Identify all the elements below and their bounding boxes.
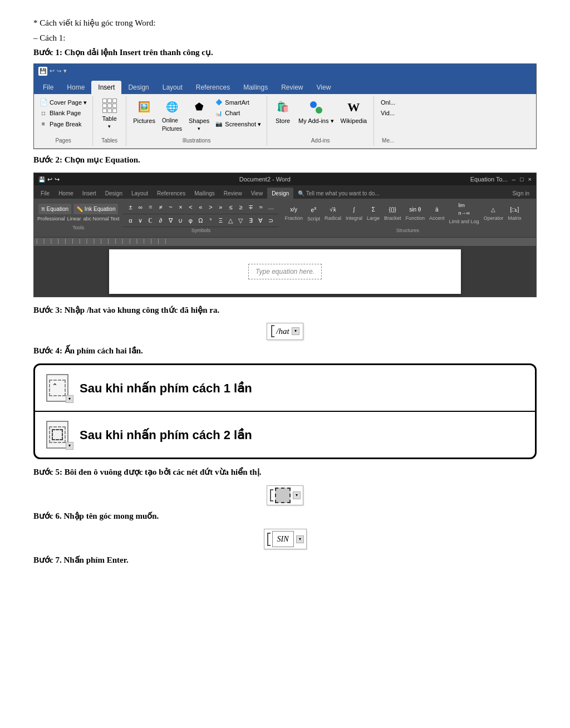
shapes-button[interactable]: ⬟ Shapes ▾ xyxy=(186,97,212,134)
online-pictures-button[interactable]: 🌐 OnlinePictures xyxy=(160,97,184,134)
pictures-button[interactable]: 🖼️ Pictures xyxy=(131,97,158,127)
eq-tab-home[interactable]: Home xyxy=(54,188,78,199)
online-pictures-label: OnlinePictures xyxy=(162,116,182,133)
eq-tell-me[interactable]: 🔍 Tell me what you want to do... xyxy=(293,188,384,199)
smartart-icon: 🔷 xyxy=(215,99,223,106)
step6-dropdown-arrow[interactable]: ▾ xyxy=(296,535,304,543)
ink-equation-btn[interactable]: ✏️ Ink Equation xyxy=(73,204,118,214)
eq-tab-design-active[interactable]: Design xyxy=(267,188,293,199)
step5-dropdown-arrow[interactable]: ▾ xyxy=(293,491,301,499)
store-button[interactable]: 🛍️ Store xyxy=(272,97,294,127)
table-button[interactable]: Table ▾ xyxy=(99,97,121,132)
screenshot-icon: 📷 xyxy=(215,120,223,128)
video-button[interactable]: Vid... xyxy=(380,108,396,119)
word-ribbon-screenshot: 💾 ↩ ↪ ▾ File Home Insert Design Layout R… xyxy=(33,63,537,149)
function-struct: sin θ Function xyxy=(406,205,425,223)
radical-label: Radical xyxy=(325,215,341,223)
eq-sign-in[interactable]: Sign in xyxy=(508,188,534,199)
accent-label: Accent xyxy=(429,215,445,223)
tab-layout[interactable]: Layout xyxy=(156,81,189,94)
my-addins-button[interactable]: My Add-ins ▾ xyxy=(296,97,336,127)
close-icon: × xyxy=(528,175,532,184)
my-addins-icon xyxy=(307,99,325,116)
eq-tab-layout[interactable]: Layout xyxy=(127,188,153,199)
sym-Tc: Ξ xyxy=(216,215,225,226)
equation-tool-btn[interactable]: π Equation xyxy=(38,204,71,214)
eq-tabs: File Home Insert Design Layout Reference… xyxy=(34,185,536,199)
eq-title-left: 💾 ↩ ↪ xyxy=(38,175,60,184)
dropdown-btn-1[interactable]: ▾ xyxy=(66,395,73,403)
smartart-button[interactable]: 🔷 SmartArt xyxy=(214,97,262,108)
sym-v: ∨ xyxy=(136,215,145,226)
online-video-button[interactable]: Onl... xyxy=(380,97,396,108)
page-break-button[interactable]: ≡ Page Break xyxy=(38,119,88,130)
fraction-icon: x/y xyxy=(290,205,297,214)
wikipedia-label: Wikipedia xyxy=(341,116,367,126)
eq-tab-design[interactable]: Design xyxy=(101,188,127,199)
eq-ruler: | | | | | | | | | | | | | | | | | | | xyxy=(34,238,536,247)
step3-label: Bước 3: Nhập /hat vào khung công thức đã… xyxy=(33,304,537,317)
sym-7b: ⊃ xyxy=(266,215,275,226)
chart-button[interactable]: 📊 Chart xyxy=(214,108,262,119)
sym-alpha: α xyxy=(126,215,135,226)
store-icon: 🛍️ xyxy=(274,99,292,116)
comparison-row-1: ̂ ▾ Sau khi nhấn phím cách 1 lần xyxy=(35,365,535,412)
tab-file[interactable]: File xyxy=(36,81,60,94)
tab-view[interactable]: View xyxy=(310,81,338,94)
tab-design[interactable]: Design xyxy=(121,81,155,94)
tab-references[interactable]: References xyxy=(189,81,237,94)
video-label: Vid... xyxy=(381,109,395,118)
bracket-struct: {()} Bracket xyxy=(384,205,401,223)
customize-icon: ▾ xyxy=(63,66,67,76)
sym-ll: « xyxy=(196,202,205,213)
step2-label: Bước 2: Chọn mục Equation. xyxy=(33,154,537,166)
formula-bracket-icon xyxy=(271,325,275,337)
hat-symbol-container-1: ̂ ▾ xyxy=(49,380,66,396)
minimize-icon: – xyxy=(512,175,515,184)
hat-symbol-container-2: ▾ xyxy=(49,426,66,443)
sym-gg: » xyxy=(216,202,225,213)
matrix-icon: [□₁] xyxy=(510,205,519,214)
tab-home[interactable]: Home xyxy=(60,81,91,94)
blank-page-button[interactable]: □ Blank Page xyxy=(38,108,88,119)
cover-page-icon: 📄 xyxy=(40,99,47,106)
dropdown-btn-2[interactable]: ▾ xyxy=(66,442,73,450)
script-icon: ex xyxy=(311,205,317,214)
addins-group-label: Add-ins xyxy=(311,134,330,145)
eq-tab-mailings[interactable]: Mailings xyxy=(190,188,219,199)
eq-tab-file[interactable]: File xyxy=(36,188,54,199)
sym-7: ∀ xyxy=(256,215,265,226)
screenshot-button[interactable]: 📷 Screenshot ▾ xyxy=(214,119,262,130)
tab-mailings[interactable]: Mailings xyxy=(237,81,274,94)
sym-leq: ≤ xyxy=(226,202,235,213)
method1-label: – Cách 1: xyxy=(33,32,537,45)
step5-icon-container: ▾ xyxy=(33,485,537,505)
sym-U2: Ω xyxy=(196,215,205,226)
eq-tools-row: π Equation ✏️ Ink Equation xyxy=(38,204,119,214)
eq-tab-review[interactable]: Review xyxy=(219,188,247,199)
page-break-icon: ≡ xyxy=(40,120,47,128)
media-group-label: Me... xyxy=(382,134,394,145)
structures-label: Structures xyxy=(282,227,533,235)
cover-page-button[interactable]: 📄 Cover Page ▾ xyxy=(38,97,88,108)
wikipedia-button[interactable]: W Wikipedia xyxy=(338,97,370,127)
intro-text: * Cách viết kí hiệu góc trong Word: xyxy=(33,17,537,29)
sym-tri: △ xyxy=(226,215,235,226)
ribbon-group-illustrations: 🖼️ Pictures 🌐 OnlinePictures ⬟ Shapes ▾ … xyxy=(126,96,267,146)
eq-tab-references[interactable]: References xyxy=(153,188,190,199)
eq-title-right: Equation To... – □ × xyxy=(470,175,532,184)
smartart-label: SmartArt xyxy=(225,98,249,107)
eq-tab-view[interactable]: View xyxy=(247,188,268,199)
pictures-icon: 🖼️ xyxy=(135,99,153,116)
pictures-label: Pictures xyxy=(133,116,155,126)
ribbon-title-bar: 💾 ↩ ↪ ▾ xyxy=(34,64,536,78)
integral-icon: ∫ xyxy=(353,205,355,214)
eq-undo-icon: ↩ xyxy=(47,175,52,184)
tab-insert[interactable]: Insert xyxy=(91,81,121,94)
eq-type-placeholder[interactable]: Type equation here. xyxy=(248,264,322,279)
tab-review[interactable]: Review xyxy=(274,81,309,94)
illustrations-group-label: Illustrations xyxy=(183,134,211,145)
redo-icon: ↪ xyxy=(57,67,61,75)
formula-dropdown-arrow[interactable]: ▾ xyxy=(292,327,299,335)
eq-tab-insert[interactable]: Insert xyxy=(78,188,101,199)
